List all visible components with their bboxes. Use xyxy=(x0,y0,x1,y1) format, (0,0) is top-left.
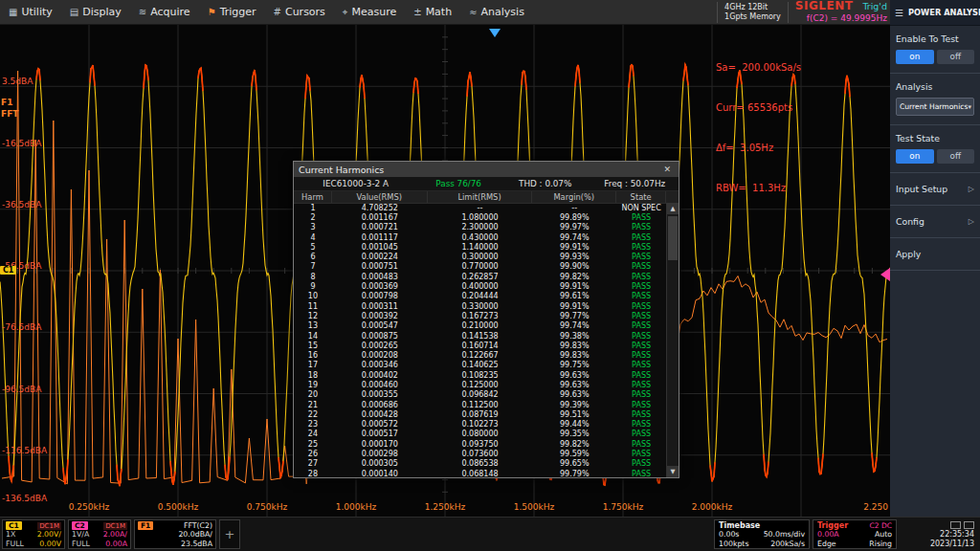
f1-badge: F1 xyxy=(138,521,153,530)
trigger-level-marker[interactable] xyxy=(880,268,890,281)
c1-coupling: DC1M xyxy=(37,522,61,530)
analysis-dropdown[interactable]: Current Harmonics ▾ xyxy=(896,98,974,116)
harmonic-row: 20.0011671.08000099.89%PASS xyxy=(294,212,666,222)
test-summary-row: IEC61000-3-2 A Pass 76/76 THD : 0.07% Fr… xyxy=(294,177,679,191)
input-setup-item[interactable]: Input Setup ▷ xyxy=(890,173,980,206)
panel-title: POWER ANALYSIS xyxy=(908,8,980,17)
harmonic-row: 130.0005470.21000099.74%PASS xyxy=(294,321,666,331)
col-limit: Limit(RMS) xyxy=(428,191,533,203)
menu-item-cursors[interactable]: #Cursors xyxy=(265,0,334,24)
scrollbar-thumb[interactable] xyxy=(668,216,678,260)
c1-channel-marker[interactable]: C1 xyxy=(0,266,16,275)
trigger-descriptor[interactable]: TriggerC2 DC 0.00AAuto EdgeRising xyxy=(813,519,897,549)
analysis-value: Current Harmonics xyxy=(900,102,968,111)
menu-item-analysis[interactable]: ≈Analysis xyxy=(460,0,533,24)
harmonic-row: 230.0005720.10227399.44%PASS xyxy=(294,420,666,430)
power-analysis-panel: ☰ POWER ANALYSIS Enable To Test on off A… xyxy=(890,0,980,517)
channel1-descriptor[interactable]: C1DC1M 1X2.00V/ FULL0.00V xyxy=(2,519,65,549)
harmonic-row: 140.0008750.14153899.38%PASS xyxy=(294,331,666,341)
display-icon: ▤ xyxy=(70,7,78,17)
standard-label: IEC61000-3-2 A xyxy=(294,179,417,188)
scroll-down-icon[interactable]: ▼ xyxy=(667,466,679,477)
close-icon[interactable]: ✕ xyxy=(660,165,674,174)
menu-item-measure[interactable]: ⌖Measure xyxy=(334,0,405,24)
menu-item-display[interactable]: ▤Display xyxy=(61,0,130,24)
menu-item-trigger[interactable]: ⚑Trigger xyxy=(199,0,265,24)
timebase-title: Timebase xyxy=(719,521,760,531)
current-harmonics-dialog: Current Harmonics ✕ IEC61000-3-2 A Pass … xyxy=(293,161,679,478)
scroll-up-icon[interactable]: ▲ xyxy=(667,203,679,214)
apply-item[interactable]: Apply xyxy=(890,238,980,271)
channel2-descriptor[interactable]: C2DC1M 1V/A2.00A/ FULL0.00A xyxy=(68,519,131,549)
test-state-on-button[interactable]: on xyxy=(896,149,934,164)
enable-to-test-section: Enable To Test on off xyxy=(890,26,980,74)
c2-coupling: DC1M xyxy=(103,522,127,530)
top-status-cluster: 4GHz 12Bit 1Gpts Memory SIGLENT Trig'd f… xyxy=(717,0,890,24)
harmonic-row: 40.0011170.43000099.74%PASS xyxy=(294,232,666,242)
analysis-section: Analysis Current Harmonics ▾ xyxy=(890,74,980,125)
delta-f: Δf= 3.05Hz xyxy=(716,142,801,155)
trigger-title: Trigger xyxy=(817,521,848,531)
c2-bandwidth: FULL xyxy=(72,540,90,548)
col-state: State xyxy=(616,191,666,203)
enable-to-test-label: Enable To Test xyxy=(896,33,974,44)
c1-bandwidth: FULL xyxy=(6,540,24,548)
network-icon xyxy=(950,521,961,529)
timebase-delay: 0.00s xyxy=(719,530,739,539)
trigger-level: 0.00A xyxy=(817,530,839,539)
add-channel-button[interactable]: + xyxy=(219,519,240,549)
trigger-slope: Rising xyxy=(869,540,892,548)
harmonic-row: 270.0003050.08653899.65%PASS xyxy=(294,459,666,469)
menu-item-acquire[interactable]: ≋Acquire xyxy=(130,0,199,24)
test-state-toggle: on off xyxy=(896,149,974,164)
dialog-titlebar[interactable]: Current Harmonics ✕ xyxy=(294,162,679,177)
timebase-descriptor[interactable]: Timebase 0.00s50.0ms/div 100kpts200kSa/s xyxy=(714,519,810,549)
acquisition-info: Sa= 200.00kSa/s Curr= 65536pts Δf= 3.05H… xyxy=(716,34,801,222)
f1-descriptor[interactable]: F1FFT(C2) 20.0dBA/ 23.5dBA xyxy=(134,519,216,549)
frequency-readout: f(C2) = 49.9995Hz xyxy=(795,13,887,23)
spec-bandwidth: 4GHz 12Bit xyxy=(724,3,781,12)
table-scrollbar[interactable]: ▲ ▼ xyxy=(666,203,679,477)
test-state-off-button[interactable]: off xyxy=(937,149,975,164)
freq-axis-label: 0.250kHz xyxy=(69,502,109,512)
f1-marker-label: F1 xyxy=(1,98,18,109)
harmonic-row: 160.0002080.12266799.83%PASS xyxy=(294,350,666,360)
db-axis-label: 3.5dBA xyxy=(2,77,33,86)
menu-icon: ☰ xyxy=(895,8,903,18)
harmonic-row: 280.0001400.06814899.79%PASS xyxy=(294,469,666,477)
c2-badge: C2 xyxy=(72,521,88,530)
c2-probe: 1V/A xyxy=(72,530,89,539)
timebase-points: 100kpts xyxy=(719,540,748,548)
current-points: Curr= 65536pts xyxy=(716,101,801,115)
c1-scale: 2.00V/ xyxy=(37,530,61,539)
harmonic-row: 200.0003550.09684299.63%PASS xyxy=(294,390,666,400)
test-state-section: Test State on off xyxy=(890,125,980,173)
menu-item-math[interactable]: ±Math xyxy=(405,0,460,24)
db-axis-label: -136.5dBA xyxy=(2,494,47,503)
chevron-right-icon: ▷ xyxy=(969,185,974,193)
harmonic-row: 210.0006860.11250099.39%PASS xyxy=(294,400,666,409)
freq-axis-label: 1.250kHz xyxy=(425,502,465,512)
chevron-down-icon: ▾ xyxy=(968,103,971,111)
config-item[interactable]: Config ▷ xyxy=(890,206,980,238)
input-setup-label: Input Setup xyxy=(896,184,947,194)
trigger-position-marker[interactable] xyxy=(489,29,501,37)
brand-block: SIGLENT Trig'd f(C2) = 49.9995Hz xyxy=(795,0,887,23)
menu-item-label: Trigger xyxy=(220,6,256,18)
enable-off-button[interactable]: off xyxy=(937,50,975,64)
menu-item-utility[interactable]: ▦Utility xyxy=(0,0,61,24)
config-label: Config xyxy=(896,216,924,227)
test-state-label: Test State xyxy=(896,133,974,143)
utility-icon: ▦ xyxy=(9,7,17,17)
freq-axis-label: 1.000kHz xyxy=(336,502,376,512)
enable-on-button[interactable]: on xyxy=(896,50,934,64)
col-margin: Margin(%) xyxy=(532,191,616,203)
timebase-samplerate: 200kSa/s xyxy=(770,540,805,548)
f1-scale: 20.0dBA/ xyxy=(178,530,212,539)
harmonic-row: 150.0002650.16071499.83%PASS xyxy=(294,341,666,350)
harmonic-row: 190.0004600.12500099.63%PASS xyxy=(294,380,666,389)
freq-axis-label: 1.500kHz xyxy=(514,502,554,512)
system-spec: 4GHz 12Bit 1Gpts Memory xyxy=(717,2,789,23)
chevron-right-icon: ▷ xyxy=(969,217,974,226)
f1-channel-marker[interactable]: F1 FFT xyxy=(1,98,18,120)
